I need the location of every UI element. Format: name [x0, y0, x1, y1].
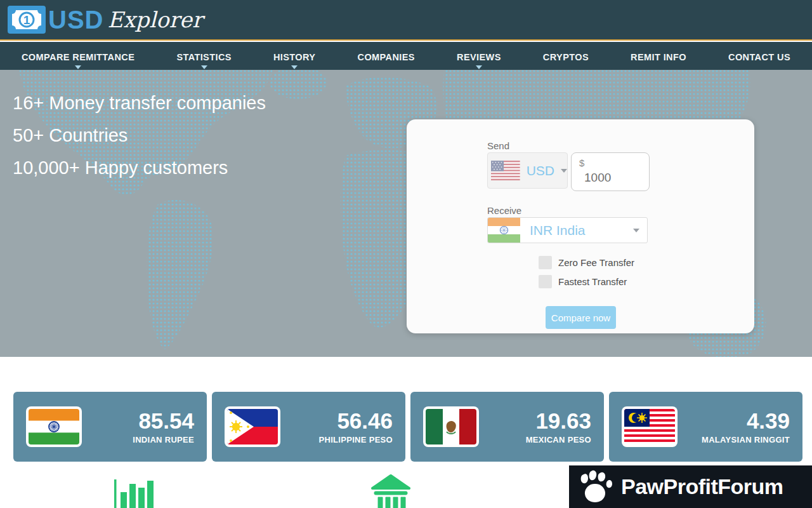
rate-card-malaysian-ringgit: 4.39 MALAYSIAN RINGGIT	[609, 392, 802, 462]
zero-fee-checkbox[interactable]	[539, 256, 552, 269]
hero-stats: 16+ Money transfer companies 50+ Countri…	[13, 94, 266, 191]
compare-form-card: Send	[407, 119, 754, 333]
currency-symbol: $	[579, 158, 649, 169]
nav-item-companies[interactable]: COMPANIES	[358, 50, 415, 62]
malaysia-flag-icon	[622, 406, 678, 447]
nav-item-history[interactable]: HISTORY	[273, 50, 315, 62]
nav-label: REVIEWS	[457, 52, 501, 62]
rate-currency-name: INDIAN RUPEE	[133, 435, 194, 444]
watermark-text: PawProfitForum	[621, 474, 783, 499]
send-label: Send	[487, 140, 509, 151]
nav-label: COMPANIES	[358, 52, 415, 62]
exchange-rate-cards: 85.54 INDIAN RUPEE	[13, 392, 802, 462]
compare-now-button[interactable]: Compare now	[546, 306, 616, 329]
rate-card-indian-rupee: 85.54 INDIAN RUPEE	[13, 392, 207, 462]
brand-name-primary: USD	[48, 7, 103, 32]
mexico-flag-icon	[423, 406, 479, 447]
bank-icon	[370, 474, 412, 508]
nav-item-contact-us[interactable]: CONTACT US	[728, 50, 790, 62]
rate-value: 19.63	[526, 409, 591, 434]
brand-name-secondary: Explorer	[107, 9, 202, 30]
nav-label: COMPARE REMITTANCE	[22, 52, 134, 62]
nav-item-reviews[interactable]: REVIEWS	[457, 50, 501, 62]
hero-stat-countries: 50+ Countries	[13, 126, 266, 145]
zero-fee-option: Zero Fee Transfer	[539, 256, 634, 269]
amount-field: $	[571, 152, 650, 191]
nav-label: HISTORY	[273, 52, 315, 62]
zero-fee-label: Zero Fee Transfer	[558, 257, 634, 268]
chevron-down-icon	[476, 65, 482, 69]
send-currency-dropdown[interactable]: USD	[487, 152, 568, 189]
nav-item-remit-info[interactable]: REMIT INFO	[631, 50, 686, 62]
receive-currency-dropdown[interactable]: INR India	[487, 217, 648, 243]
watermark-banner: PawProfitForum	[569, 465, 812, 508]
nav-label: CRYPTOS	[543, 52, 589, 62]
rate-currency-name: MALAYSIAN RINGGIT	[702, 435, 790, 444]
hero-stat-customers: 10,000+ Happy customers	[13, 159, 266, 177]
fastest-transfer-option: Fastest Transfer	[539, 275, 627, 288]
receive-label: Receive	[487, 205, 521, 216]
chevron-down-icon	[75, 65, 81, 69]
philippines-flag-icon	[225, 406, 280, 447]
chevron-down-icon	[561, 169, 567, 173]
dollar-bill-icon: 1	[8, 6, 46, 34]
nav-label: CONTACT US	[728, 52, 790, 62]
hero-section: 16+ Money transfer companies 50+ Countri…	[0, 70, 812, 357]
rate-value: 85.54	[133, 409, 194, 434]
main-nav: COMPARE REMITTANCE STATISTICS HISTORY CO…	[0, 42, 812, 70]
nav-label: REMIT INFO	[631, 52, 686, 62]
send-currency-value: USD	[527, 163, 554, 178]
hero-stat-companies: 16+ Money transfer companies	[13, 94, 266, 112]
rate-value: 56.46	[319, 409, 393, 434]
us-flag-icon	[491, 160, 520, 181]
nav-item-compare-remittance[interactable]: COMPARE REMITTANCE	[22, 50, 134, 62]
rate-card-mexican-peso: 19.63 MEXICAN PESO	[410, 392, 604, 462]
amount-input[interactable]	[584, 171, 645, 185]
svg-text:1: 1	[23, 13, 30, 27]
bar-chart-icon	[114, 476, 155, 508]
chevron-down-icon	[201, 65, 207, 69]
chevron-down-icon	[291, 65, 298, 69]
nav-item-statistics[interactable]: STATISTICS	[176, 50, 231, 62]
receive-currency-value: INR India	[530, 223, 586, 238]
brand-logo[interactable]: 1 USD Explorer	[8, 6, 202, 34]
rate-value: 4.39	[702, 409, 790, 434]
header: 1 USD Explorer	[0, 0, 812, 41]
rate-card-philippine-peso: 56.46 PHILIPPINE PESO	[212, 392, 405, 462]
fastest-transfer-checkbox[interactable]	[539, 275, 552, 288]
nav-label: STATISTICS	[176, 52, 231, 62]
india-flag-icon	[488, 218, 520, 243]
india-flag-icon	[26, 406, 82, 447]
fastest-transfer-label: Fastest Transfer	[558, 276, 627, 287]
rate-currency-name: MEXICAN PESO	[526, 435, 591, 444]
chevron-down-icon	[633, 229, 639, 232]
paw-print-icon	[575, 469, 615, 505]
nav-item-cryptos[interactable]: CRYPTOS	[543, 50, 589, 62]
usd-explorer-homepage: 1 USD Explorer COMPARE REMITTANCE STATIS…	[0, 0, 812, 508]
rate-currency-name: PHILIPPINE PESO	[319, 435, 393, 444]
